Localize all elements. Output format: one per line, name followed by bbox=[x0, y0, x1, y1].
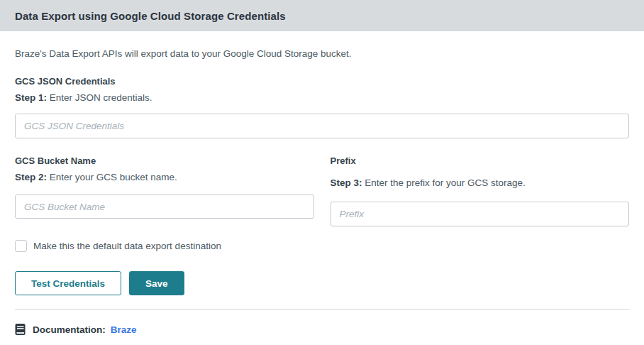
step-1-label: Step 1: bbox=[15, 92, 47, 103]
default-destination-row: Make this the default data export destin… bbox=[15, 240, 629, 252]
data-export-panel: Data Export using Google Cloud Storage C… bbox=[0, 0, 644, 345]
gcs-json-credentials-label: GCS JSON Credentials bbox=[15, 76, 629, 87]
documentation-row: Documentation: Braze bbox=[15, 323, 629, 336]
panel-content: Braze's Data Export APIs will export dat… bbox=[0, 48, 644, 336]
step-1-text: Enter JSON credentials. bbox=[47, 92, 152, 103]
test-credentials-button[interactable]: Test Credentials bbox=[15, 271, 121, 295]
page-title: Data Export using Google Cloud Storage C… bbox=[15, 10, 286, 22]
intro-text: Braze's Data Export APIs will export dat… bbox=[15, 48, 629, 59]
step-1-instruction: Step 1: Enter JSON credentials. bbox=[15, 92, 629, 103]
documentation-braze-link[interactable]: Braze bbox=[111, 324, 137, 335]
default-destination-checkbox[interactable] bbox=[15, 240, 27, 252]
step-2-text: Enter your GCS bucket name. bbox=[47, 172, 177, 182]
step-3-label: Step 3: bbox=[331, 177, 362, 188]
gcs-bucket-name-section: GCS Bucket Name Step 2: Enter your GCS b… bbox=[15, 155, 314, 226]
step-2-label: Step 2: bbox=[15, 172, 47, 182]
gcs-json-credentials-input[interactable] bbox=[15, 114, 629, 138]
action-buttons: Test Credentials Save bbox=[15, 271, 629, 295]
default-destination-label[interactable]: Make this the default data export destin… bbox=[33, 241, 221, 251]
step-3-text: Enter the prefix for your GCS storage. bbox=[362, 177, 526, 188]
step-3-instruction: Step 3: Enter the prefix for your GCS st… bbox=[331, 177, 630, 188]
documentation-label: Documentation: bbox=[33, 324, 106, 335]
panel-header: Data Export using Google Cloud Storage C… bbox=[0, 0, 644, 31]
save-button[interactable]: Save bbox=[129, 271, 184, 295]
gcs-json-credentials-section: GCS JSON Credentials Step 1: Enter JSON … bbox=[15, 76, 629, 138]
gcs-bucket-name-label: GCS Bucket Name bbox=[15, 155, 314, 166]
bucket-prefix-row: GCS Bucket Name Step 2: Enter your GCS b… bbox=[15, 155, 629, 226]
prefix-input[interactable] bbox=[331, 202, 630, 226]
prefix-section: Prefix Step 3: Enter the prefix for your… bbox=[331, 155, 630, 226]
gcs-bucket-name-input[interactable] bbox=[15, 195, 314, 219]
prefix-label: Prefix bbox=[331, 155, 630, 166]
step-2-instruction: Step 2: Enter your GCS bucket name. bbox=[15, 172, 314, 182]
footer-divider bbox=[15, 309, 629, 310]
book-icon bbox=[15, 323, 26, 336]
